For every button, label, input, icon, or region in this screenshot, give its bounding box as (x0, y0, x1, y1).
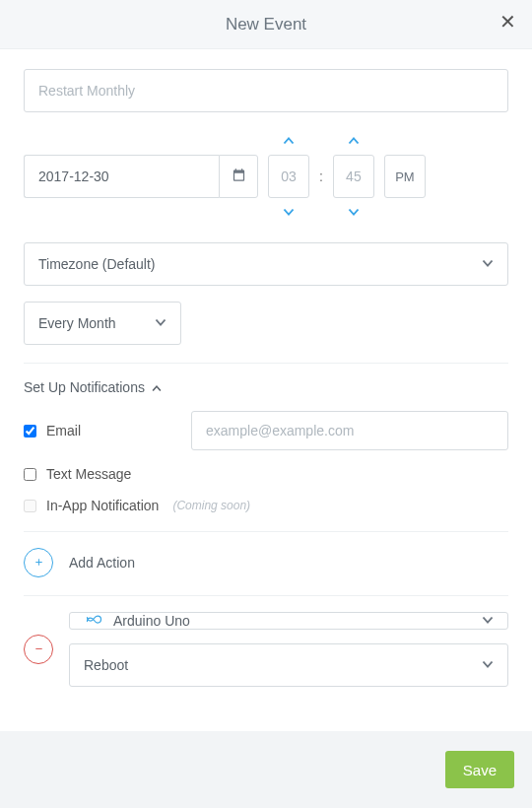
event-name-input[interactable] (24, 69, 508, 112)
close-icon: ✕ (499, 11, 516, 33)
add-action-label: Add Action (69, 555, 135, 571)
minus-icon (33, 640, 44, 658)
text-checkbox[interactable] (24, 468, 36, 481)
date-picker-button[interactable] (219, 155, 258, 198)
email-input[interactable] (191, 411, 508, 450)
plus-icon (33, 554, 44, 572)
divider (24, 595, 508, 596)
modal-title: New Event (226, 15, 306, 34)
chevron-up-icon (282, 131, 296, 148)
minute-spinner: 45 (333, 132, 374, 221)
hour-up-button[interactable] (282, 132, 296, 148)
date-input[interactable] (24, 155, 219, 198)
date-group (24, 155, 258, 198)
chevron-up-icon (151, 379, 163, 395)
text-checkbox-label[interactable]: Text Message (24, 466, 131, 482)
recurrence-row: Every Month (24, 302, 508, 345)
text-notification-row: Text Message (24, 466, 508, 482)
chevron-down-icon (282, 204, 296, 221)
action-item: Arduino Uno Reboot (24, 612, 508, 687)
email-checkbox[interactable] (24, 425, 36, 438)
add-action-button[interactable] (24, 548, 53, 577)
modal-body: 03 : 45 (0, 49, 532, 731)
time-colon: : (319, 168, 323, 184)
inapp-checkbox-label: In-App Notification (Coming soon) (24, 498, 250, 513)
new-event-modal: New Event ✕ 03 (0, 0, 532, 808)
device-select[interactable]: Arduino Uno (69, 612, 508, 630)
infinity-icon (84, 613, 103, 629)
notifications-toggle[interactable]: Set Up Notifications (24, 379, 508, 395)
save-button[interactable]: Save (445, 751, 514, 788)
inapp-checkbox (24, 500, 36, 512)
divider (24, 531, 508, 532)
minute-down-button[interactable] (347, 205, 361, 221)
modal-header: New Event ✕ (0, 0, 532, 49)
datetime-row: 03 : 45 (24, 132, 508, 221)
notifications-header-label: Set Up Notifications (24, 379, 145, 395)
coming-soon-label: (Coming soon) (172, 499, 250, 512)
timezone-label: Timezone (Default) (38, 256, 156, 272)
timezone-select[interactable]: Timezone (Default) (24, 242, 508, 286)
action-label: Reboot (84, 657, 128, 673)
timezone-row: Timezone (Default) (24, 242, 508, 286)
ampm-col: PM (384, 132, 426, 221)
chevron-down-icon (347, 204, 361, 221)
add-action-row: Add Action (24, 548, 508, 577)
text-label: Text Message (46, 466, 131, 482)
inapp-label: In-App Notification (46, 498, 159, 513)
modal-footer: Save (0, 731, 532, 808)
email-checkbox-label[interactable]: Email (24, 423, 81, 438)
divider (24, 363, 508, 364)
minute-display[interactable]: 45 (333, 155, 374, 198)
chevron-up-icon (347, 131, 361, 148)
inapp-notification-row: In-App Notification (Coming soon) (24, 498, 508, 513)
email-label: Email (46, 423, 81, 438)
remove-action-button[interactable] (24, 635, 53, 664)
action-selects: Arduino Uno Reboot (69, 612, 508, 687)
close-button[interactable]: ✕ (499, 12, 516, 32)
action-select[interactable]: Reboot (69, 643, 508, 687)
calendar-icon (232, 168, 246, 186)
recurrence-label: Every Month (38, 315, 116, 331)
recurrence-select[interactable]: Every Month (24, 302, 181, 345)
email-notification-row: Email (24, 411, 508, 450)
minute-up-button[interactable] (347, 132, 361, 148)
hour-down-button[interactable] (282, 205, 296, 221)
ampm-toggle[interactable]: PM (384, 155, 426, 198)
hour-spinner: 03 (268, 132, 309, 221)
hour-display[interactable]: 03 (268, 155, 309, 198)
device-label: Arduino Uno (113, 613, 190, 629)
